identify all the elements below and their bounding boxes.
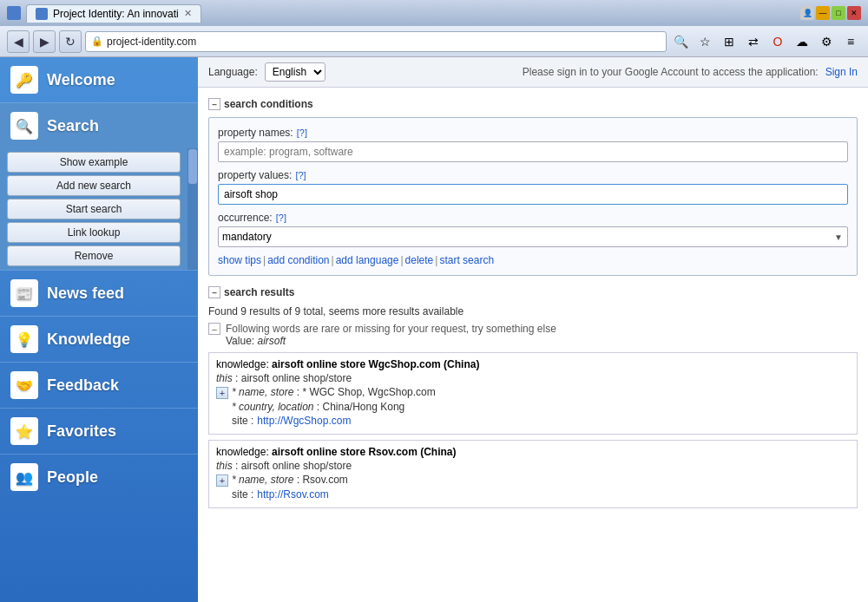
warning-text: Following words are rare or missing for … [226, 323, 556, 335]
tab-favicon [36, 8, 48, 20]
sidebar-item-knowledge[interactable]: 💡 Knowledge [0, 317, 198, 362]
results-count: Found 9 results of 9 total, seems more r… [198, 302, 868, 321]
language-label: Language: [208, 66, 258, 78]
browser-tab[interactable]: Project Identity: An innovati ✕ [26, 4, 201, 23]
browser-logo [7, 6, 21, 20]
result-this-value-1: airsoft online shop/store [241, 372, 352, 384]
menu-icon[interactable]: ≡ [840, 31, 861, 52]
result-this-label-1: this [216, 372, 233, 384]
result-title-1: knowledge: airsoft online store WgcShop.… [216, 358, 850, 370]
sidebar-item-welcome[interactable]: 🔑 Welcome [0, 57, 198, 102]
collapse-results-btn[interactable]: – [208, 286, 220, 298]
window-minimize-btn[interactable]: — [816, 6, 830, 20]
sidebar-item-favorites[interactable]: ⭐ Favorites [0, 409, 198, 454]
show-tips-link[interactable]: show tips [218, 254, 261, 266]
link-lookup-button[interactable]: Link lookup [7, 222, 181, 243]
condition-links: show tips|add condition|add language|del… [218, 254, 848, 266]
result-title-2: knowledge: airsoft online store Rsov.com… [216, 446, 850, 458]
sidebar-scrollbar[interactable] [187, 148, 198, 270]
window-person-btn[interactable]: 👤 [800, 6, 814, 20]
result-this-2: this : airsoft online shop/store [216, 460, 850, 472]
property-values-input[interactable] [218, 184, 848, 205]
signin-link[interactable]: Sign In [825, 66, 858, 78]
plus-expand-btn-1[interactable]: + [216, 387, 228, 399]
result-knowledge-label-1: knowledge: [216, 358, 272, 370]
feedback-icon: 🤝 [10, 371, 38, 399]
sidebar-news-feed-label: News feed [47, 285, 124, 303]
tab-title: Project Identity: An innovati [53, 8, 179, 20]
tab-close-btn[interactable]: ✕ [184, 8, 192, 19]
language-select[interactable]: English [265, 62, 326, 82]
address-text: project-identity.com [107, 36, 661, 48]
property-values-help[interactable]: [?] [295, 170, 306, 180]
sidebar-knowledge-label: Knowledge [47, 330, 130, 349]
delete-link[interactable]: delete [405, 254, 434, 266]
search-icon: 🔍 [10, 112, 38, 140]
settings-icon[interactable]: ⚙ [816, 31, 837, 52]
add-condition-link[interactable]: add condition [267, 254, 329, 266]
property-names-help[interactable]: [?] [297, 128, 307, 138]
window-maximize-btn[interactable]: □ [832, 6, 845, 20]
search-buttons-area: Show example Add new search Start search… [0, 148, 198, 270]
result-title-strong-1: airsoft online store WgcShop.com (China) [272, 358, 479, 370]
result-prop-name-store-2: + * name, store : Rsov.com [216, 474, 850, 487]
sidebar-item-search[interactable]: 🔍 Search [0, 103, 198, 148]
sidebar-favorites-label: Favorites [47, 422, 116, 441]
result-site-label-1: site : [232, 415, 253, 427]
refresh-button[interactable]: ↻ [59, 30, 82, 53]
remove-button[interactable]: Remove [7, 245, 181, 266]
warning-value-label: Value: [226, 335, 254, 347]
sidebar-feedback-label: Feedback [47, 376, 119, 395]
warning-value: airsoft [257, 335, 286, 347]
content-scroll[interactable]: – search conditions property names: [?] [198, 88, 868, 602]
result-this-1: this : airsoft online shop/store [216, 372, 850, 384]
property-values-label-row: property values: [?] [218, 169, 848, 181]
result-knowledge-label-2: knowledge: [216, 446, 272, 458]
search-conditions-box: property names: [?] property values: [?] [208, 117, 858, 276]
sync-icon[interactable]: ⇄ [743, 31, 764, 52]
search-glass-icon[interactable]: 🔍 [670, 31, 691, 52]
address-bar[interactable]: 🔒 project-identity.com [85, 31, 667, 52]
show-example-button[interactable]: Show example [7, 152, 181, 173]
title-bar: Project Identity: An innovati ✕ 👤 — □ ✕ [0, 0, 868, 26]
occurrence-select[interactable]: mandatory optional excluded [218, 226, 848, 247]
add-language-link[interactable]: add language [336, 254, 399, 266]
people-icon: 👥 [10, 463, 38, 491]
occurrence-label-row: occurrence: [?] [218, 212, 848, 224]
result-title-strong-2: airsoft online store Rsov.com (China) [272, 446, 456, 458]
start-search-link[interactable]: start search [439, 254, 494, 266]
result-prop-country-text-1: * country, location : China/Hong Kong [232, 401, 404, 413]
star-icon[interactable]: ☆ [694, 31, 715, 52]
result-card-1: knowledge: airsoft online store WgcShop.… [208, 352, 858, 435]
property-names-row: property names: [?] [218, 127, 848, 162]
opera-icon[interactable]: O [767, 31, 788, 52]
sidebar-people-label: People [47, 468, 98, 487]
sidebar-search-label: Search [47, 117, 99, 135]
add-new-search-button[interactable]: Add new search [7, 175, 181, 196]
property-values-label: property values: [218, 169, 292, 181]
extensions-icon[interactable]: ⊞ [719, 31, 740, 52]
result-prop-country-1: * country, location : China/Hong Kong [216, 401, 850, 413]
result-prop-name-store-text-1: * name, store : * WGC Shop, WgcShop.com [232, 386, 436, 398]
property-names-input[interactable] [218, 141, 848, 162]
sidebar-item-news-feed[interactable]: 📰 News feed [0, 271, 198, 316]
main-area: 🔑 Welcome 🔍 Search Show example Add new … [0, 57, 868, 602]
occurrence-label: occurrence: [218, 212, 273, 224]
collapse-conditions-btn[interactable]: – [208, 98, 220, 110]
result-site-url-1[interactable]: http://WgcShop.com [257, 415, 351, 427]
occurrence-help[interactable]: [?] [276, 213, 286, 223]
plus-expand-btn-2[interactable]: + [216, 474, 228, 487]
knowledge-icon: 💡 [10, 325, 38, 353]
forward-button[interactable]: ▶ [33, 30, 56, 53]
signin-text: Please sign in to your Google Account to… [523, 66, 819, 78]
sidebar-item-people[interactable]: 👥 People [0, 455, 198, 500]
result-site-url-2[interactable]: http://Rsov.com [257, 488, 328, 501]
start-search-button[interactable]: Start search [7, 199, 181, 219]
sidebar-item-feedback[interactable]: 🤝 Feedback [0, 363, 198, 408]
search-conditions-header: – search conditions [198, 95, 868, 114]
warning-collapse-btn[interactable]: – [208, 323, 220, 335]
back-button[interactable]: ◀ [7, 30, 30, 53]
cloud-icon[interactable]: ☁ [792, 31, 812, 52]
window-close-btn[interactable]: ✕ [847, 6, 861, 20]
search-results-section: – search results Found 9 results of 9 to… [198, 283, 868, 508]
